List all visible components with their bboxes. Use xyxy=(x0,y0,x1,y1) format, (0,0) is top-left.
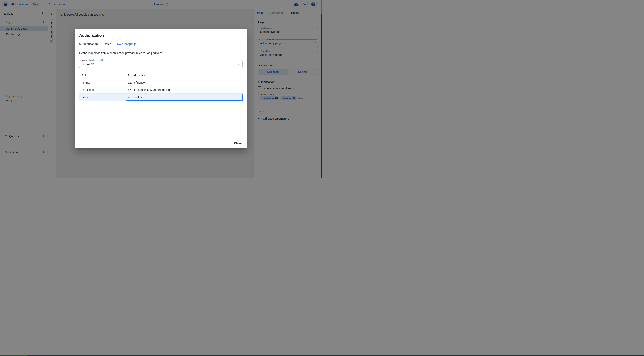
tab-roles[interactable]: Roles xyxy=(101,40,114,48)
screen-right-edge xyxy=(322,0,322,178)
table-row-admin[interactable]: admin azure-admin xyxy=(79,94,242,101)
role-cell[interactable]: marketing xyxy=(79,86,126,93)
provider-select-value: Azure AD xyxy=(82,63,94,66)
provider-roles-cell[interactable]: azure-finance xyxy=(126,79,242,86)
column-header-provider-roles: Provider roles xyxy=(126,72,242,79)
role-cell[interactable]: admin xyxy=(79,94,126,100)
authorization-dialog: Authorization Authentication Roles Role … xyxy=(75,29,247,148)
close-button[interactable]: Close xyxy=(232,140,244,146)
provider-roles-cell-editing[interactable]: azure-admin xyxy=(126,94,242,100)
authentication-provider-select[interactable]: Authentication provider Azure AD ▼ xyxy=(79,60,242,68)
role-cell[interactable]: finance xyxy=(79,79,126,86)
tab-role-mappings[interactable]: Role mappings xyxy=(114,40,140,48)
table-row-marketing[interactable]: marketing azure-marketing, azure-promoti… xyxy=(79,86,242,94)
chevron-down-icon: ▼ xyxy=(238,63,240,65)
column-header-role: Role xyxy=(79,72,126,79)
provider-roles-cell[interactable]: azure-marketing, azure-promotions xyxy=(126,86,242,93)
dialog-title: Authorization xyxy=(75,29,247,38)
table-row-finance[interactable]: finance azure-finance xyxy=(79,79,242,86)
provider-select-label: Authentication provider xyxy=(81,59,106,62)
tab-authentication[interactable]: Authentication xyxy=(76,40,101,48)
dialog-description: Define mappings from authentication prov… xyxy=(79,52,242,54)
dialog-tabs: Authentication Roles Role mappings xyxy=(75,40,247,48)
table-header-row: Role Provider roles xyxy=(79,72,242,79)
role-mappings-table: Role Provider roles finance azure-financ… xyxy=(79,72,242,101)
